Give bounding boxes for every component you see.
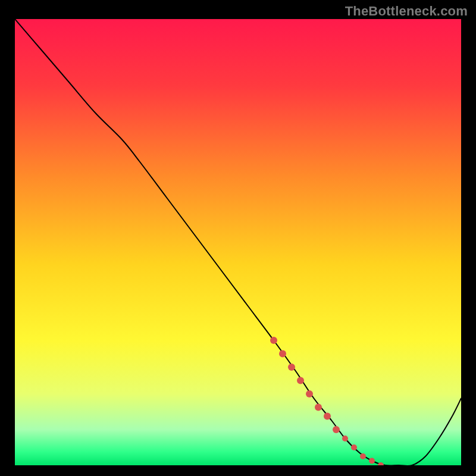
chart-frame: TheBottleneck.com — [0, 0, 476, 476]
highlight-dot — [324, 413, 331, 420]
highlight-dot — [279, 350, 286, 358]
chart-svg — [15, 19, 461, 465]
highlight-dot — [306, 390, 313, 397]
highlight-dot — [351, 444, 357, 450]
plot-area — [15, 19, 461, 465]
highlight-dot — [333, 426, 340, 433]
gradient-background — [15, 19, 461, 465]
highlight-dot — [288, 364, 295, 371]
highlight-dot — [360, 453, 366, 459]
highlight-dot — [342, 436, 348, 441]
highlight-dot — [297, 377, 304, 384]
watermark-text: TheBottleneck.com — [345, 4, 468, 19]
highlight-dot — [369, 458, 375, 464]
highlight-dot — [270, 337, 277, 344]
highlight-dot — [315, 404, 322, 411]
